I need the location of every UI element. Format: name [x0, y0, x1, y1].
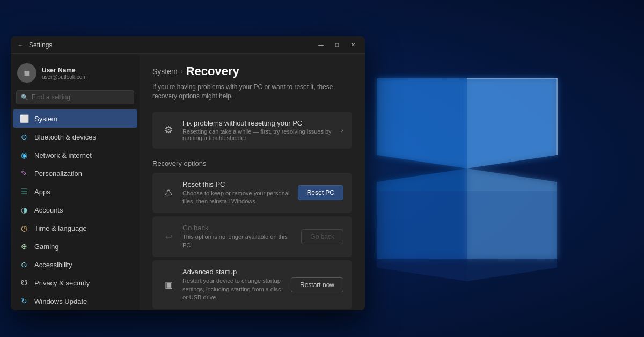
gaming-icon: ⊕ — [19, 241, 29, 251]
go-back-icon: ↩ — [161, 229, 176, 244]
sidebar-item-privacy[interactable]: ☋ Privacy & security — [13, 274, 137, 292]
recovery-options-title: Recovery options — [152, 159, 352, 167]
breadcrumb-separator: › — [181, 68, 183, 75]
main-content: System › Recovery If you're having probl… — [140, 54, 365, 310]
sidebar-item-label: Apps — [34, 188, 50, 196]
minimize-button[interactable]: — — [313, 40, 328, 50]
sidebar-item-network[interactable]: ◉ Network & internet — [13, 146, 137, 164]
close-button[interactable]: ✕ — [346, 40, 361, 50]
svg-marker-0 — [377, 78, 467, 169]
advanced-startup-option: ▣ Advanced startup Restart your device t… — [152, 260, 352, 309]
privacy-icon: ☋ — [19, 278, 29, 288]
advanced-startup-title: Advanced startup — [182, 268, 284, 276]
troubleshooter-text: Fix problems without resetting your PC R… — [182, 119, 334, 141]
troubleshooter-description: Resetting can take a while — first, try … — [182, 128, 334, 141]
sidebar-item-label: Time & language — [34, 224, 87, 232]
reset-pc-description: Choose to keep or remove your personal f… — [182, 189, 291, 206]
windows-logo — [354, 56, 580, 281]
sidebar-item-label: Accessibility — [34, 261, 72, 269]
reset-pc-text: Reset this PC Choose to keep or remove y… — [182, 180, 291, 206]
window-content: ■ User Name user@outlook.com 🔍 ⬜ System … — [11, 54, 365, 310]
sidebar-item-accessibility[interactable]: ⊙ Accessibility — [13, 255, 137, 274]
search-box[interactable]: 🔍 — [16, 90, 134, 104]
go-back-description: This option is no longer available on th… — [182, 233, 295, 250]
sidebar-item-label: Accounts — [34, 206, 63, 214]
reset-pc-button[interactable]: Reset PC — [298, 185, 343, 200]
user-email: user@outlook.com — [42, 74, 87, 80]
sidebar-item-label: Gaming — [34, 243, 59, 251]
page-title: Recovery — [186, 64, 239, 78]
reset-pc-icon: ♺ — [161, 185, 176, 200]
go-back-text: Go back This option is no longer availab… — [182, 224, 295, 250]
sidebar-item-label: Bluetooth & devices — [34, 133, 96, 141]
go-back-title: Go back — [182, 224, 295, 232]
svg-marker-7 — [377, 191, 467, 281]
search-input[interactable] — [32, 93, 129, 101]
user-profile: ■ User Name user@outlook.com — [11, 58, 140, 90]
window-title: Settings — [29, 41, 313, 49]
system-icon: ⬜ — [19, 114, 29, 123]
reset-pc-option: ♺ Reset this PC Choose to keep or remove… — [152, 173, 352, 214]
sidebar-item-system[interactable]: ⬜ System — [13, 109, 137, 128]
title-bar: ← Settings — □ ✕ — [11, 36, 365, 54]
back-button[interactable]: ← — [15, 40, 26, 50]
user-info: User Name user@outlook.com — [42, 67, 87, 80]
troubleshooter-card[interactable]: ⚙ Fix problems without resetting your PC… — [152, 112, 352, 149]
user-name: User Name — [42, 67, 87, 74]
maximize-button[interactable]: □ — [330, 40, 345, 50]
sidebar-item-label: Privacy & security — [34, 279, 90, 287]
sidebar-item-apps[interactable]: ☰ Apps — [13, 182, 137, 201]
svg-marker-8 — [467, 191, 557, 281]
sidebar-item-personalization[interactable]: ✎ Personalization — [13, 164, 137, 182]
bluetooth-icon: ⊙ — [19, 132, 29, 142]
troubleshooter-title: Fix problems without resetting your PC — [182, 119, 334, 127]
svg-marker-4 — [467, 78, 557, 169]
search-icon: 🔍 — [21, 94, 28, 101]
sidebar-item-label: Windows Update — [34, 297, 87, 305]
breadcrumb-parent: System — [152, 67, 178, 76]
sidebar-item-bluetooth[interactable]: ⊙ Bluetooth & devices — [13, 128, 137, 146]
go-back-button: Go back — [301, 229, 343, 244]
avatar: ■ — [17, 63, 36, 83]
troubleshooter-icon: ⚙ — [161, 122, 176, 137]
troubleshooter-chevron: › — [341, 126, 343, 134]
update-icon: ↻ — [19, 296, 29, 306]
page-description: If you're having problems with your PC o… — [152, 83, 352, 101]
network-icon: ◉ — [19, 150, 29, 160]
window-controls: — □ ✕ — [313, 40, 361, 50]
accessibility-icon: ⊙ — [19, 260, 29, 269]
personalization-icon: ✎ — [19, 169, 29, 178]
accounts-icon: ◑ — [19, 205, 29, 215]
apps-icon: ☰ — [19, 187, 29, 196]
sidebar-item-time[interactable]: ◷ Time & language — [13, 219, 137, 237]
reset-pc-title: Reset this PC — [182, 180, 291, 188]
sidebar-item-gaming[interactable]: ⊕ Gaming — [13, 237, 137, 255]
time-icon: ◷ — [19, 223, 29, 233]
sidebar-item-label: System — [34, 115, 57, 123]
sidebar: ■ User Name user@outlook.com 🔍 ⬜ System … — [11, 54, 140, 310]
restart-now-button[interactable]: Restart now — [291, 277, 343, 292]
sidebar-item-label: Personalization — [34, 170, 82, 178]
breadcrumb: System › Recovery — [152, 64, 352, 78]
advanced-startup-description: Restart your device to change startup se… — [182, 277, 284, 302]
page-header: System › Recovery If you're having probl… — [152, 64, 352, 101]
sidebar-item-label: Network & internet — [34, 151, 92, 159]
advanced-startup-icon: ▣ — [161, 277, 176, 292]
sidebar-item-update[interactable]: ↻ Windows Update — [13, 292, 137, 310]
settings-window: ← Settings — □ ✕ ■ User Name user@outloo… — [11, 36, 365, 310]
go-back-option: ↩ Go back This option is no longer avail… — [152, 216, 352, 257]
sidebar-item-accounts[interactable]: ◑ Accounts — [13, 201, 137, 219]
advanced-startup-text: Advanced startup Restart your device to … — [182, 268, 284, 302]
